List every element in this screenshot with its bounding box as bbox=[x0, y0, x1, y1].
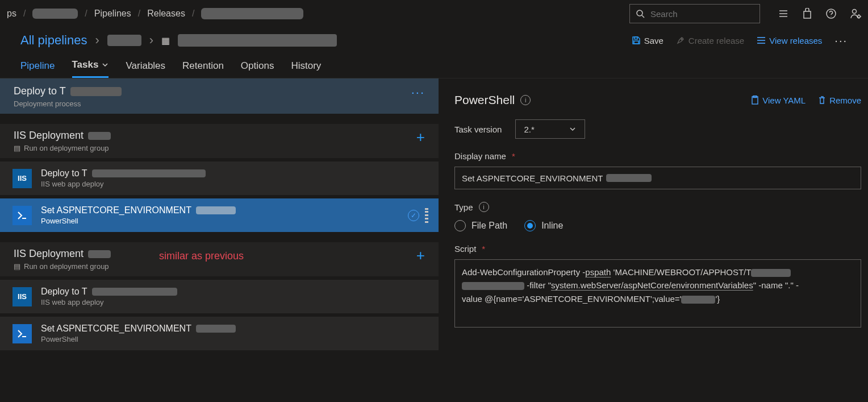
svg-point-6 bbox=[827, 9, 836, 18]
panel-title: PowerShell i bbox=[454, 93, 531, 107]
task-powershell-2[interactable]: Set ASPNETCORE_ENVIRONMENT PowerShell bbox=[0, 317, 439, 350]
type-field: Type i File Path Inline bbox=[454, 202, 861, 231]
task-deploy-2[interactable]: IIS Deploy to T IIS web app deploy bbox=[0, 280, 439, 313]
add-task-button[interactable]: + bbox=[416, 248, 425, 263]
script-field: Script * Add-WebConfigurationProperty -p… bbox=[454, 244, 861, 328]
create-release-button[interactable]: Create release bbox=[676, 36, 744, 45]
task-version-select[interactable]: 2.* bbox=[515, 119, 585, 139]
view-releases-button[interactable]: View releases bbox=[757, 36, 822, 45]
display-name-input[interactable]: Set ASPNETCORE_ENVIRONMENT bbox=[454, 167, 861, 189]
tab-retention[interactable]: Retention bbox=[182, 59, 224, 78]
task-powershell-1[interactable]: Set ASPNETCORE_ENVIRONMENT PowerShell ✓ bbox=[0, 198, 439, 232]
tab-options[interactable]: Options bbox=[241, 59, 274, 78]
server-icon: ▤ bbox=[14, 144, 20, 152]
redacted-project bbox=[107, 35, 141, 46]
product-label: ps bbox=[7, 9, 16, 19]
view-yaml-button[interactable]: View YAML bbox=[751, 96, 806, 105]
task-details-panel: PowerShell i View YAML Remove bbox=[439, 78, 868, 385]
search-icon bbox=[636, 9, 645, 18]
stage-more-button[interactable]: ··· bbox=[411, 85, 425, 100]
search-input[interactable] bbox=[650, 9, 758, 19]
deployment-group-2[interactable]: IIS Deployment ▤ Run on deployment group… bbox=[0, 242, 439, 276]
stage-header[interactable]: Deploy to T Deployment process ··· bbox=[0, 78, 439, 114]
search-input-wrapper[interactable] bbox=[629, 4, 760, 23]
top-bar: ps / / Pipelines / Releases / bbox=[0, 0, 868, 27]
save-button[interactable]: Save bbox=[632, 36, 663, 45]
annotation-text: similar as previous bbox=[159, 250, 244, 262]
redacted bbox=[88, 132, 111, 140]
iis-icon: IIS bbox=[12, 287, 32, 306]
remove-button[interactable]: Remove bbox=[818, 96, 861, 105]
all-pipelines-link[interactable]: All pipelines bbox=[20, 33, 87, 48]
toolbar: Save Create release View releases ··· bbox=[632, 34, 848, 47]
redacted-org bbox=[32, 9, 78, 19]
title-bar: All pipelines › › ▦ Save Create release … bbox=[0, 27, 868, 51]
user-settings-icon[interactable] bbox=[850, 8, 861, 19]
type-filepath-radio[interactable]: File Path bbox=[454, 220, 507, 231]
drag-handle[interactable] bbox=[425, 208, 428, 223]
tab-pipeline[interactable]: Pipeline bbox=[20, 59, 55, 78]
release-icon: ▦ bbox=[161, 35, 170, 46]
crumb-pipelines[interactable]: Pipelines bbox=[94, 9, 131, 19]
redacted bbox=[606, 174, 652, 182]
svg-rect-5 bbox=[804, 11, 811, 18]
clipboard-icon bbox=[751, 96, 759, 105]
task-version-field: Task version 2.* bbox=[454, 119, 861, 139]
display-name-field: Display name * Set ASPNETCORE_ENVIRONMEN… bbox=[454, 151, 861, 189]
tabs: Pipeline Tasks Variables Retention Optio… bbox=[0, 51, 868, 78]
script-input[interactable]: Add-WebConfigurationProperty -pspath 'MA… bbox=[454, 259, 861, 328]
task-tree: Deploy to T Deployment process ··· IIS D… bbox=[0, 78, 439, 385]
info-icon[interactable]: i bbox=[479, 202, 489, 212]
svg-rect-10 bbox=[635, 37, 637, 39]
svg-point-12 bbox=[681, 39, 682, 40]
type-inline-radio[interactable]: Inline bbox=[524, 220, 563, 231]
rocket-icon bbox=[676, 36, 685, 45]
help-icon[interactable] bbox=[826, 9, 836, 19]
chevron-down-icon bbox=[102, 61, 108, 68]
breadcrumb: ps / / Pipelines / Releases / bbox=[7, 8, 303, 19]
server-icon: ▤ bbox=[14, 262, 20, 271]
svg-rect-11 bbox=[634, 41, 639, 44]
powershell-icon bbox=[12, 324, 32, 343]
powershell-icon bbox=[12, 206, 32, 225]
tab-tasks[interactable]: Tasks bbox=[72, 59, 109, 78]
svg-point-9 bbox=[858, 15, 860, 18]
save-icon bbox=[632, 36, 641, 45]
chevron-down-icon bbox=[569, 125, 577, 133]
redacted bbox=[196, 206, 236, 214]
tab-history[interactable]: History bbox=[291, 59, 321, 78]
check-icon: ✓ bbox=[408, 210, 419, 221]
redacted bbox=[70, 87, 122, 96]
redacted bbox=[196, 325, 236, 333]
add-task-button[interactable]: + bbox=[416, 130, 425, 144]
redacted bbox=[88, 250, 111, 258]
svg-line-1 bbox=[642, 15, 644, 18]
deployment-group-1[interactable]: IIS Deployment ▤ Run on deployment group… bbox=[0, 124, 439, 158]
redacted bbox=[92, 169, 206, 177]
svg-point-7 bbox=[831, 16, 831, 16]
more-button[interactable]: ··· bbox=[834, 34, 848, 47]
top-icons bbox=[778, 8, 861, 19]
task-deploy-1[interactable]: IIS Deploy to T IIS web app deploy bbox=[0, 161, 439, 195]
redacted bbox=[92, 288, 177, 296]
redacted-definition bbox=[178, 34, 337, 47]
marketplace-icon[interactable] bbox=[802, 8, 812, 19]
svg-point-0 bbox=[637, 10, 642, 16]
list-icon[interactable] bbox=[778, 9, 788, 19]
list-icon bbox=[757, 36, 766, 44]
iis-icon: IIS bbox=[12, 169, 32, 188]
svg-point-8 bbox=[853, 10, 857, 14]
tab-variables[interactable]: Variables bbox=[126, 59, 165, 78]
redacted-release-name bbox=[201, 8, 303, 19]
trash-icon bbox=[818, 96, 826, 105]
crumb-releases[interactable]: Releases bbox=[147, 9, 185, 19]
info-icon[interactable]: i bbox=[520, 95, 531, 105]
